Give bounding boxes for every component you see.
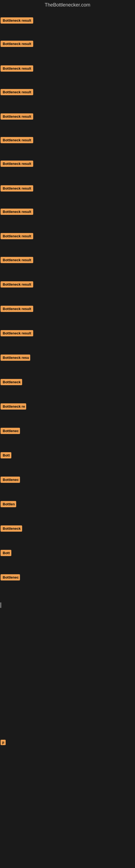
bottleneck-badge-2[interactable]: Bottleneck result bbox=[1, 41, 33, 47]
bottleneck-item-17[interactable]: Bottleneck re bbox=[1, 403, 26, 411]
bottleneck-item-8[interactable]: Bottleneck result bbox=[1, 185, 33, 193]
site-title: TheBottlenecker.com bbox=[0, 0, 135, 10]
bottleneck-item-6[interactable]: Bottleneck result bbox=[1, 137, 33, 144]
bottleneck-badge-8[interactable]: Bottleneck result bbox=[1, 185, 33, 191]
bottleneck-item-20[interactable]: Bottlenec bbox=[1, 476, 20, 484]
bottleneck-badge-21[interactable]: Bottlen bbox=[1, 501, 16, 507]
bottleneck-item-3[interactable]: Bottleneck result bbox=[1, 65, 33, 73]
bottleneck-badge-1[interactable]: Bottleneck result bbox=[1, 18, 33, 24]
bottleneck-item-14[interactable]: Bottleneck result bbox=[1, 330, 33, 337]
bottleneck-badge-10[interactable]: Bottleneck result bbox=[1, 233, 33, 239]
bottleneck-badge-19[interactable]: Bott bbox=[1, 452, 11, 458]
bottleneck-badge-23[interactable]: Bott bbox=[1, 550, 11, 556]
bottleneck-item-1[interactable]: Bottleneck result bbox=[1, 18, 33, 25]
bottleneck-badge-14[interactable]: Bottleneck result bbox=[1, 330, 33, 336]
bottleneck-item-10[interactable]: Bottleneck result bbox=[1, 233, 33, 240]
bottleneck-badge-20[interactable]: Bottlenec bbox=[1, 476, 20, 483]
bottleneck-badge-15[interactable]: Bottleneck resu bbox=[1, 354, 30, 361]
bottleneck-item-7[interactable]: Bottleneck result bbox=[1, 161, 33, 168]
bottleneck-badge-4[interactable]: Bottleneck result bbox=[1, 89, 33, 95]
items-container: Bottleneck resultBottleneck resultBottle… bbox=[0, 10, 135, 868]
bottleneck-badge-11[interactable]: Bottleneck result bbox=[1, 257, 33, 263]
bottleneck-item-2[interactable]: Bottleneck result bbox=[1, 41, 33, 48]
bottleneck-item-23[interactable]: Bott bbox=[1, 550, 11, 557]
bottleneck-item-16[interactable]: Bottleneck bbox=[1, 379, 22, 386]
bottleneck-badge-22[interactable]: Bottleneck bbox=[1, 525, 22, 532]
bottleneck-item-9[interactable]: Bottleneck result bbox=[1, 209, 33, 216]
bottleneck-badge-16[interactable]: Bottleneck bbox=[1, 379, 22, 385]
bottleneck-badge-7[interactable]: Bottleneck result bbox=[1, 161, 33, 167]
bottleneck-item-11[interactable]: Bottleneck result bbox=[1, 257, 33, 264]
bottleneck-item-19[interactable]: Bott bbox=[1, 452, 11, 460]
bottleneck-item-21[interactable]: Bottlen bbox=[1, 501, 16, 508]
bottleneck-badge-5[interactable]: Bottleneck result bbox=[1, 113, 33, 120]
bottleneck-item-24[interactable]: Bottlenec bbox=[1, 574, 20, 582]
bottleneck-badge-24[interactable]: Bottlenec bbox=[1, 574, 20, 581]
bottleneck-item-13[interactable]: Bottleneck result bbox=[1, 306, 33, 313]
bottleneck-item-5[interactable]: Bottleneck result bbox=[1, 113, 33, 121]
small-badge[interactable]: p bbox=[1, 740, 6, 745]
bottleneck-item-15[interactable]: Bottleneck resu bbox=[1, 354, 30, 362]
bottleneck-badge-12[interactable]: Bottleneck result bbox=[1, 281, 33, 287]
small-badge-item[interactable]: p bbox=[1, 740, 6, 745]
bottleneck-badge-3[interactable]: Bottleneck result bbox=[1, 65, 33, 72]
bottleneck-item-18[interactable]: Bottlenec bbox=[1, 428, 20, 435]
bottleneck-item-4[interactable]: Bottleneck result bbox=[1, 89, 33, 96]
bottleneck-badge-6[interactable]: Bottleneck result bbox=[1, 137, 33, 143]
bottleneck-badge-9[interactable]: Bottleneck result bbox=[1, 209, 33, 215]
bottleneck-badge-18[interactable]: Bottlenec bbox=[1, 428, 20, 434]
cursor-line bbox=[1, 602, 1, 608]
bottleneck-item-22[interactable]: Bottleneck bbox=[1, 525, 22, 533]
bottleneck-badge-13[interactable]: Bottleneck result bbox=[1, 306, 33, 312]
bottleneck-item-12[interactable]: Bottleneck result bbox=[1, 281, 33, 289]
bottleneck-badge-17[interactable]: Bottleneck re bbox=[1, 403, 26, 410]
